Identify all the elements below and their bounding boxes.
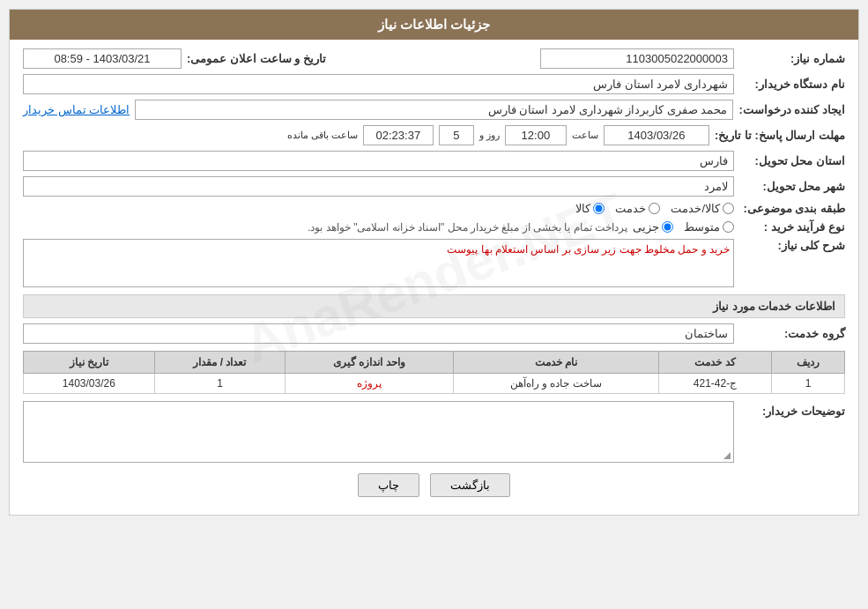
- service-group-value: ساختمان: [23, 323, 734, 344]
- table-row: 1ج-42-421ساخت جاده و راه‌آهنپروژه11403/0…: [24, 374, 845, 394]
- service-group-label: گروه خدمت:: [739, 327, 845, 340]
- deadline-row: مهلت ارسال پاسخ: تا تاریخ: 1403/03/26 سا…: [23, 125, 845, 145]
- deadline-days-value: 5: [439, 125, 474, 145]
- buyer-org-value: شهرداری لامرد استان فارس: [23, 74, 734, 94]
- col-header-unit: واحد اندازه گیری: [286, 352, 453, 374]
- city-value: لامرد: [23, 176, 734, 197]
- category-radio-kala[interactable]: کالا: [575, 202, 605, 215]
- panel-title: جزئیات اطلاعات نیاز: [10, 10, 858, 40]
- buyer-notes-box[interactable]: [23, 401, 734, 463]
- day-label: روز و: [479, 130, 500, 141]
- category-radio-group: کالا/خدمت خدمت کالا: [575, 202, 734, 215]
- deadline-date-value: 1403/03/26: [604, 125, 709, 145]
- process-radio-jozii-input[interactable]: [662, 221, 673, 233]
- creator-row: ایجاد کننده درخواست: محمد صفری کاربرداز …: [23, 100, 845, 120]
- category-radio-khedmat-label: خدمت: [615, 202, 646, 215]
- contact-info-link[interactable]: اطلاعات تماس خریدار: [23, 103, 130, 116]
- process-radio-jozii-label: جزیی: [633, 220, 659, 234]
- province-value: فارس: [23, 151, 734, 171]
- table-cell: 1403/03/26: [24, 374, 155, 394]
- remaining-label: ساعت باقی مانده: [287, 130, 358, 141]
- category-radio-khedmat-input[interactable]: [649, 203, 660, 214]
- category-label: طبقه بندی موضوعی:: [739, 202, 845, 215]
- buyer-org-row: نام دستگاه خریدار: شهرداری لامرد استان ف…: [23, 74, 845, 94]
- category-radio-khedmat[interactable]: خدمت: [615, 202, 660, 215]
- category-radio-kala-khedmat[interactable]: کالا/خدمت: [671, 202, 734, 215]
- remaining-time-value: 02:23:37: [363, 125, 434, 145]
- buyer-notes-label: توضیحات خریدار:: [739, 401, 845, 418]
- process-description: پرداخت تمام یا بخشی از مبلغ خریدار محل "…: [308, 221, 627, 234]
- category-radio-kala-label: کالا: [575, 202, 590, 215]
- table-cell: ج-42-421: [659, 374, 772, 394]
- province-label: استان محل تحویل:: [739, 154, 845, 167]
- province-row: استان محل تحویل: فارس: [23, 151, 845, 171]
- col-header-code: کد خدمت: [659, 352, 772, 374]
- need-desc-row: شرح کلی نیاز: خرید و حمل مخلوط جهت زیر س…: [23, 239, 845, 287]
- city-row: شهر محل تحویل: لامرد: [23, 176, 845, 197]
- category-row: طبقه بندی موضوعی: کالا/خدمت خدمت کالا: [23, 202, 845, 215]
- process-row: نوع فرآیند خرید : متوسط جزیی پرداخت تمام…: [23, 220, 845, 234]
- city-label: شهر محل تحویل:: [739, 180, 845, 193]
- need-desc-label: شرح کلی نیاز:: [739, 239, 845, 252]
- col-header-name: نام خدمت: [453, 352, 658, 374]
- deadline-time-value: 12:00: [505, 125, 567, 145]
- process-radio-motavasset[interactable]: متوسط: [684, 220, 734, 234]
- need-number-value: 1103005022000003: [540, 48, 734, 69]
- print-button[interactable]: چاپ: [358, 473, 419, 497]
- buyer-notes-row: توضیحات خریدار:: [23, 401, 845, 463]
- services-table: ردیف کد خدمت نام خدمت واحد اندازه گیری ت…: [23, 351, 845, 394]
- buyer-org-label: نام دستگاه خریدار:: [739, 78, 845, 91]
- need-desc-value: خرید و حمل مخلوط جهت زیر سازی بر اساس اس…: [23, 239, 734, 287]
- table-cell: پروژه: [286, 374, 453, 394]
- process-radio-motavasset-input[interactable]: [723, 221, 734, 233]
- col-header-date: تاریخ نیاز: [24, 352, 155, 374]
- service-group-row: گروه خدمت: ساختمان: [23, 323, 845, 344]
- process-label: نوع فرآیند خرید :: [739, 220, 845, 234]
- deadline-label: مهلت ارسال پاسخ: تا تاریخ:: [715, 129, 845, 142]
- process-radio-group: متوسط جزیی: [633, 220, 734, 234]
- table-cell: ساخت جاده و راه‌آهن: [453, 374, 658, 394]
- col-header-qty: تعداد / مقدار: [154, 352, 286, 374]
- services-section-header: اطلاعات خدمات مورد نیاز: [23, 294, 845, 318]
- buttons-row: بازگشت چاپ: [23, 473, 845, 506]
- process-radio-jozii[interactable]: جزیی: [633, 220, 673, 234]
- announce-date-label: تاریخ و ساعت اعلان عمومی:: [187, 52, 326, 65]
- category-radio-kala-input[interactable]: [593, 203, 605, 214]
- col-header-row: ردیف: [772, 352, 845, 374]
- category-radio-kala-khedmat-label: کالا/خدمت: [671, 202, 720, 215]
- announce-date-value: 1403/03/21 - 08:59: [23, 48, 182, 69]
- need-number-row: شماره نیاز: 1103005022000003 تاریخ و ساع…: [23, 48, 845, 69]
- need-number-label: شماره نیاز:: [739, 52, 845, 65]
- back-button[interactable]: بازگشت: [430, 473, 510, 497]
- creator-value: محمد صفری کاربرداز شهرداری لامرد استان ف…: [135, 100, 733, 120]
- category-radio-kala-khedmat-input[interactable]: [723, 203, 734, 214]
- table-cell: 1: [772, 374, 845, 394]
- services-table-section: ردیف کد خدمت نام خدمت واحد اندازه گیری ت…: [23, 351, 845, 394]
- table-cell: 1: [154, 374, 286, 394]
- process-radio-motavasset-label: متوسط: [684, 220, 720, 234]
- creator-label: ایجاد کننده درخواست:: [738, 103, 845, 116]
- time-label: ساعت: [572, 130, 598, 141]
